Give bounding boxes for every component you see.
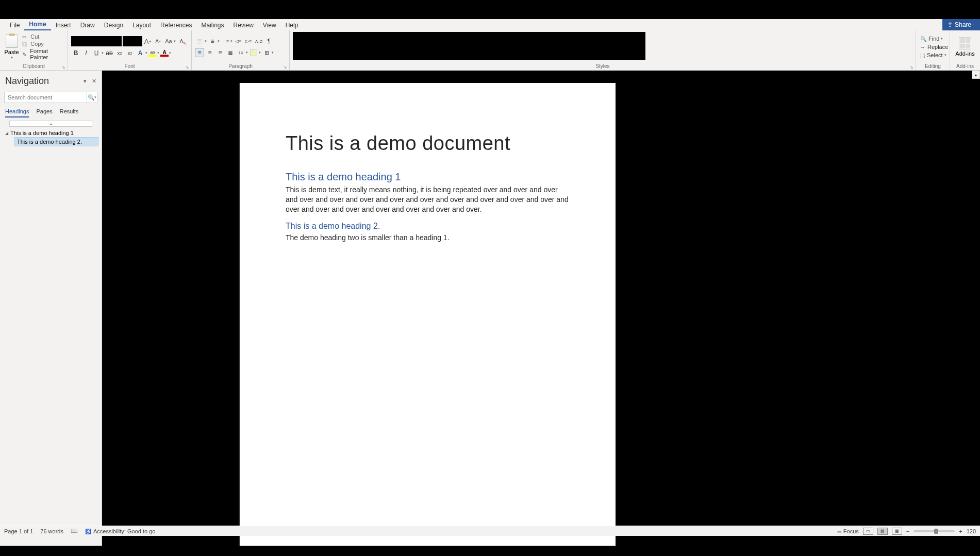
decrease-indent-button[interactable] xyxy=(234,37,243,46)
jump-to-top-button[interactable]: ▴ xyxy=(9,121,92,127)
nav-tab-pages[interactable]: Pages xyxy=(36,108,52,117)
align-center-button[interactable] xyxy=(205,48,214,57)
tab-home[interactable]: Home xyxy=(24,19,51,30)
shading-button[interactable] xyxy=(249,48,258,57)
tab-mailings[interactable]: Mailings xyxy=(196,20,228,30)
search-document-box[interactable]: 🔍▾ xyxy=(4,92,97,103)
tree-item-heading2[interactable]: This is a demo heading 2. xyxy=(14,137,98,146)
highlight-button[interactable] xyxy=(148,49,157,57)
grow-font-button[interactable] xyxy=(143,37,153,46)
collapse-icon[interactable]: ◢ xyxy=(5,131,10,136)
search-input[interactable] xyxy=(5,94,87,100)
scroll-up-button[interactable]: ▴ xyxy=(972,71,980,79)
clear-formatting-button[interactable] xyxy=(177,37,186,46)
font-size-input[interactable] xyxy=(123,36,142,46)
replace-button[interactable]: Replace xyxy=(919,43,946,50)
tab-insert[interactable]: Insert xyxy=(51,20,76,30)
word-count[interactable]: 76 words xyxy=(40,528,63,534)
chevron-down-icon[interactable]: ▾ xyxy=(84,78,87,85)
accessibility-status[interactable]: Accessibility: Good to go xyxy=(85,528,155,534)
tab-design[interactable]: Design xyxy=(99,20,128,30)
tab-file[interactable]: File xyxy=(5,20,24,30)
dialog-launcher-icon[interactable]: ↘ xyxy=(909,64,915,70)
focus-mode-button[interactable]: Focus xyxy=(837,528,859,534)
chevron-down-icon[interactable]: ▾ xyxy=(941,37,943,41)
document-title[interactable]: This is a demo document xyxy=(286,132,570,155)
styles-gallery[interactable] xyxy=(293,32,645,60)
heading-2[interactable]: This is a demo heading 2. xyxy=(286,222,570,231)
tab-layout[interactable]: Layout xyxy=(128,20,156,30)
chevron-down-icon[interactable]: ▾ xyxy=(230,39,232,43)
zoom-slider[interactable] xyxy=(913,530,955,532)
chevron-down-icon[interactable]: ▾ xyxy=(944,53,946,57)
body-paragraph[interactable]: The demo heading two is smaller than a h… xyxy=(286,233,570,243)
chevron-down-icon[interactable]: ▾ xyxy=(157,51,159,55)
font-name-input[interactable] xyxy=(71,36,122,46)
body-paragraph[interactable]: This is demo text, it really means nothi… xyxy=(286,185,570,214)
share-button[interactable]: ⇪ Share ▾ xyxy=(942,19,980,30)
dialog-launcher-icon[interactable]: ↘ xyxy=(61,64,67,70)
page-count[interactable]: Page 1 of 1 xyxy=(4,528,33,534)
chevron-down-icon[interactable]: ▾ xyxy=(11,55,13,60)
tab-help[interactable]: Help xyxy=(281,20,303,30)
select-button[interactable]: Select ▾ xyxy=(919,52,946,59)
dialog-launcher-icon[interactable]: ↘ xyxy=(283,64,288,70)
underline-button[interactable]: U xyxy=(92,48,101,58)
dialog-launcher-icon[interactable]: ↘ xyxy=(185,64,190,70)
increase-indent-button[interactable] xyxy=(244,37,253,46)
chevron-down-icon[interactable]: ▾ xyxy=(246,50,248,55)
chevron-down-icon[interactable]: ▾ xyxy=(169,51,171,55)
align-left-button[interactable] xyxy=(195,48,204,57)
nav-tab-results[interactable]: Results xyxy=(60,108,79,117)
font-color-button[interactable] xyxy=(160,49,169,57)
bullets-button[interactable] xyxy=(195,37,204,46)
chevron-down-icon[interactable]: ▾ xyxy=(218,39,220,43)
read-mode-button[interactable]: ▭ xyxy=(863,528,873,535)
spelling-icon[interactable]: 📖 xyxy=(71,528,78,534)
chevron-down-icon[interactable]: ▾ xyxy=(145,51,147,55)
nav-tab-headings[interactable]: Headings xyxy=(5,108,29,117)
chevron-down-icon[interactable]: ▾ xyxy=(259,50,261,55)
print-layout-button[interactable]: ▤ xyxy=(877,528,888,535)
tree-item-heading1[interactable]: ◢ This is a demo heading 1 xyxy=(3,129,98,137)
zoom-thumb[interactable] xyxy=(934,529,938,534)
addins-button[interactable]: Add-ins xyxy=(953,31,977,62)
zoom-level[interactable]: 120 xyxy=(967,528,976,534)
bold-button[interactable]: B xyxy=(71,48,80,58)
line-spacing-button[interactable] xyxy=(236,48,245,57)
strikethrough-button[interactable]: ab xyxy=(105,48,114,58)
sort-button[interactable] xyxy=(254,37,263,46)
subscript-button[interactable] xyxy=(115,48,124,58)
zoom-in-button[interactable]: + xyxy=(959,528,962,534)
chevron-down-icon[interactable]: ▾ xyxy=(102,51,104,55)
tab-references[interactable]: References xyxy=(156,20,196,30)
heading-1[interactable]: This is a demo heading 1 xyxy=(286,171,570,183)
numbering-button[interactable] xyxy=(208,37,217,46)
page[interactable]: This is a demo document This is a demo h… xyxy=(240,83,616,546)
document-canvas[interactable]: This is a demo document This is a demo h… xyxy=(102,71,980,546)
web-layout-button[interactable]: ▦ xyxy=(892,528,902,535)
justify-button[interactable] xyxy=(226,48,235,57)
chevron-down-icon[interactable]: ▾ xyxy=(205,39,207,43)
paste-button[interactable]: Paste ▾ xyxy=(3,31,20,62)
italic-button[interactable]: I xyxy=(81,48,91,58)
zoom-out-button[interactable]: − xyxy=(906,528,909,534)
format-painter-button[interactable]: Format Painter xyxy=(22,48,64,60)
search-icon[interactable]: 🔍▾ xyxy=(87,92,97,103)
chevron-down-icon[interactable]: ▾ xyxy=(272,50,274,55)
chevron-down-icon[interactable]: ▾ xyxy=(174,39,176,43)
shrink-font-button[interactable] xyxy=(154,37,163,46)
superscript-button[interactable] xyxy=(125,48,135,58)
show-hide-marks-button[interactable] xyxy=(264,37,274,46)
tab-draw[interactable]: Draw xyxy=(76,20,99,30)
tab-review[interactable]: Review xyxy=(229,20,258,30)
find-button[interactable]: Find ▾ xyxy=(919,35,946,42)
tab-view[interactable]: View xyxy=(258,20,281,30)
multilevel-list-button[interactable] xyxy=(221,37,230,46)
change-case-button[interactable] xyxy=(164,37,173,46)
borders-button[interactable] xyxy=(262,48,271,57)
chevron-down-icon: ▾ xyxy=(973,23,975,27)
close-icon[interactable]: ✕ xyxy=(92,78,96,85)
text-effects-button[interactable] xyxy=(136,48,145,58)
align-right-button[interactable] xyxy=(215,48,225,57)
